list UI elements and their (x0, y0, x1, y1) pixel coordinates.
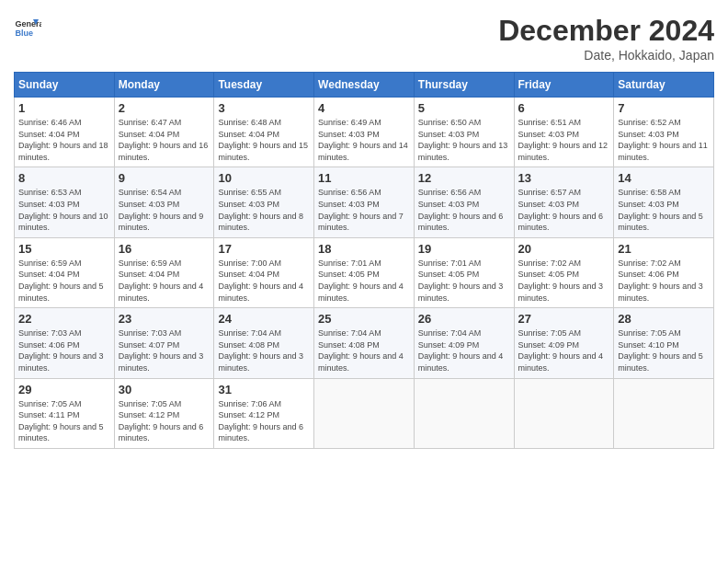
day-cell-21: 21Sunrise: 7:02 AMSunset: 4:06 PMDayligh… (614, 237, 714, 307)
day-cell-12: 12Sunrise: 6:56 AMSunset: 4:03 PMDayligh… (414, 167, 514, 237)
day-info: Sunrise: 6:49 AMSunset: 4:03 PMDaylight:… (318, 117, 410, 163)
day-info: Sunrise: 6:46 AMSunset: 4:04 PMDaylight:… (18, 117, 110, 163)
day-info: Sunrise: 6:53 AMSunset: 4:03 PMDaylight:… (18, 187, 110, 233)
day-number: 7 (618, 101, 710, 115)
day-number: 8 (18, 171, 110, 185)
day-info: Sunrise: 7:04 AMSunset: 4:09 PMDaylight:… (418, 327, 510, 373)
day-info: Sunrise: 7:01 AMSunset: 4:05 PMDaylight:… (418, 258, 510, 304)
weekday-header-monday: Monday (114, 73, 214, 98)
day-info: Sunrise: 7:05 AMSunset: 4:12 PMDaylight:… (119, 398, 210, 444)
calendar-week-5: 29Sunrise: 7:05 AMSunset: 4:11 PMDayligh… (15, 378, 714, 448)
day-number: 25 (318, 312, 410, 326)
day-cell-23: 23Sunrise: 7:03 AMSunset: 4:07 PMDayligh… (114, 308, 214, 378)
day-number: 17 (218, 242, 310, 256)
day-number: 9 (119, 171, 210, 185)
day-info: Sunrise: 6:52 AMSunset: 4:03 PMDaylight:… (618, 117, 710, 163)
day-number: 12 (418, 171, 510, 185)
empty-cell (414, 378, 514, 448)
day-info: Sunrise: 6:55 AMSunset: 4:03 PMDaylight:… (218, 187, 310, 233)
day-number: 24 (218, 312, 310, 326)
day-cell-16: 16Sunrise: 6:59 AMSunset: 4:04 PMDayligh… (114, 237, 214, 307)
day-cell-30: 30Sunrise: 7:05 AMSunset: 4:12 PMDayligh… (114, 378, 214, 448)
calendar-table: SundayMondayTuesdayWednesdayThursdayFrid… (14, 72, 714, 449)
location: Date, Hokkaido, Japan (498, 48, 714, 63)
title-area: December 2024 Date, Hokkaido, Japan (498, 14, 714, 63)
day-cell-10: 10Sunrise: 6:55 AMSunset: 4:03 PMDayligh… (214, 167, 314, 237)
day-number: 10 (218, 171, 310, 185)
day-info: Sunrise: 6:50 AMSunset: 4:03 PMDaylight:… (418, 117, 510, 163)
day-cell-29: 29Sunrise: 7:05 AMSunset: 4:11 PMDayligh… (15, 378, 115, 448)
day-info: Sunrise: 6:56 AMSunset: 4:03 PMDaylight:… (418, 187, 510, 233)
day-cell-9: 9Sunrise: 6:54 AMSunset: 4:03 PMDaylight… (114, 167, 214, 237)
logo: General Blue (14, 14, 41, 41)
weekday-header-wednesday: Wednesday (314, 73, 415, 98)
month-title: December 2024 (498, 14, 714, 48)
day-info: Sunrise: 7:00 AMSunset: 4:04 PMDaylight:… (218, 258, 310, 304)
day-cell-6: 6Sunrise: 6:51 AMSunset: 4:03 PMDaylight… (514, 98, 614, 167)
day-number: 14 (618, 171, 710, 185)
day-info: Sunrise: 6:51 AMSunset: 4:03 PMDaylight:… (518, 117, 610, 163)
day-number: 29 (18, 383, 110, 396)
day-cell-1: 1Sunrise: 6:46 AMSunset: 4:04 PMDaylight… (15, 98, 115, 167)
empty-cell (614, 378, 714, 448)
day-info: Sunrise: 7:02 AMSunset: 4:05 PMDaylight:… (518, 258, 610, 304)
day-info: Sunrise: 7:04 AMSunset: 4:08 PMDaylight:… (318, 327, 410, 373)
day-cell-4: 4Sunrise: 6:49 AMSunset: 4:03 PMDaylight… (314, 98, 415, 167)
day-info: Sunrise: 7:04 AMSunset: 4:08 PMDaylight:… (218, 327, 310, 373)
day-info: Sunrise: 7:05 AMSunset: 4:09 PMDaylight:… (518, 327, 610, 373)
day-info: Sunrise: 7:06 AMSunset: 4:12 PMDaylight:… (218, 398, 310, 444)
day-cell-8: 8Sunrise: 6:53 AMSunset: 4:03 PMDaylight… (15, 167, 115, 237)
day-cell-17: 17Sunrise: 7:00 AMSunset: 4:04 PMDayligh… (214, 237, 314, 307)
weekday-header-saturday: Saturday (614, 73, 714, 98)
day-cell-19: 19Sunrise: 7:01 AMSunset: 4:05 PMDayligh… (414, 237, 514, 307)
day-number: 16 (119, 242, 210, 256)
day-number: 21 (618, 242, 710, 256)
page-header: General Blue December 2024 Date, Hokkaid… (14, 14, 714, 63)
day-cell-14: 14Sunrise: 6:58 AMSunset: 4:03 PMDayligh… (614, 167, 714, 237)
calendar-week-4: 22Sunrise: 7:03 AMSunset: 4:06 PMDayligh… (15, 308, 714, 378)
day-number: 23 (119, 312, 210, 326)
day-info: Sunrise: 6:58 AMSunset: 4:03 PMDaylight:… (618, 187, 710, 233)
day-info: Sunrise: 6:59 AMSunset: 4:04 PMDaylight:… (18, 258, 110, 304)
day-number: 6 (518, 101, 610, 115)
calendar-week-3: 15Sunrise: 6:59 AMSunset: 4:04 PMDayligh… (15, 237, 714, 307)
weekday-header-thursday: Thursday (414, 73, 514, 98)
day-number: 20 (518, 242, 610, 256)
day-cell-28: 28Sunrise: 7:05 AMSunset: 4:10 PMDayligh… (614, 308, 714, 378)
empty-cell (314, 378, 415, 448)
day-info: Sunrise: 6:54 AMSunset: 4:03 PMDaylight:… (119, 187, 210, 233)
day-info: Sunrise: 7:03 AMSunset: 4:06 PMDaylight:… (18, 327, 110, 373)
day-cell-25: 25Sunrise: 7:04 AMSunset: 4:08 PMDayligh… (314, 308, 415, 378)
day-cell-2: 2Sunrise: 6:47 AMSunset: 4:04 PMDaylight… (114, 98, 214, 167)
day-cell-20: 20Sunrise: 7:02 AMSunset: 4:05 PMDayligh… (514, 237, 614, 307)
svg-text:Blue: Blue (16, 29, 34, 38)
day-number: 1 (18, 101, 110, 115)
weekday-header-sunday: Sunday (15, 73, 115, 98)
day-number: 13 (518, 171, 610, 185)
day-number: 26 (418, 312, 510, 326)
calendar-week-2: 8Sunrise: 6:53 AMSunset: 4:03 PMDaylight… (15, 167, 714, 237)
day-cell-26: 26Sunrise: 7:04 AMSunset: 4:09 PMDayligh… (414, 308, 514, 378)
day-number: 5 (418, 101, 510, 115)
day-number: 28 (618, 312, 710, 326)
day-info: Sunrise: 7:03 AMSunset: 4:07 PMDaylight:… (119, 327, 210, 373)
day-cell-24: 24Sunrise: 7:04 AMSunset: 4:08 PMDayligh… (214, 308, 314, 378)
day-cell-15: 15Sunrise: 6:59 AMSunset: 4:04 PMDayligh… (15, 237, 115, 307)
weekday-header-tuesday: Tuesday (214, 73, 314, 98)
day-info: Sunrise: 7:05 AMSunset: 4:11 PMDaylight:… (18, 398, 110, 444)
day-cell-22: 22Sunrise: 7:03 AMSunset: 4:06 PMDayligh… (15, 308, 115, 378)
day-number: 4 (318, 101, 410, 115)
day-cell-31: 31Sunrise: 7:06 AMSunset: 4:12 PMDayligh… (214, 378, 314, 448)
day-number: 31 (218, 383, 310, 396)
day-number: 2 (119, 101, 210, 115)
day-info: Sunrise: 6:59 AMSunset: 4:04 PMDaylight:… (119, 258, 210, 304)
logo-icon: General Blue (14, 14, 41, 41)
day-cell-7: 7Sunrise: 6:52 AMSunset: 4:03 PMDaylight… (614, 98, 714, 167)
day-number: 27 (518, 312, 610, 326)
day-cell-13: 13Sunrise: 6:57 AMSunset: 4:03 PMDayligh… (514, 167, 614, 237)
day-cell-18: 18Sunrise: 7:01 AMSunset: 4:05 PMDayligh… (314, 237, 415, 307)
day-info: Sunrise: 6:48 AMSunset: 4:04 PMDaylight:… (218, 117, 310, 163)
weekday-header-friday: Friday (514, 73, 614, 98)
empty-cell (514, 378, 614, 448)
day-number: 3 (218, 101, 310, 115)
